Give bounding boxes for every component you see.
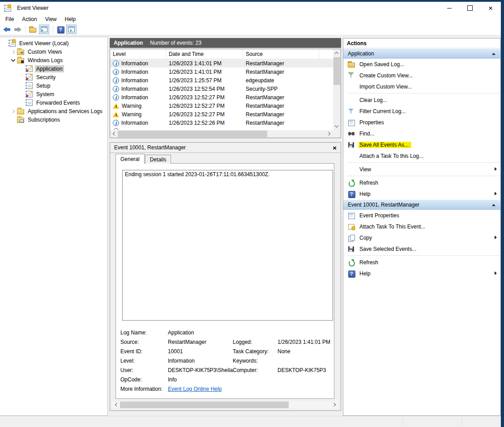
preview-scroll-right-icon[interactable] — [331, 401, 338, 409]
menu-action[interactable]: Action — [18, 15, 41, 23]
event-row[interactable]: Information1/26/2023 12:52:27 PMRestartM… — [110, 93, 333, 101]
action-refresh[interactable]: Refresh — [343, 257, 500, 268]
action-create-custom-view[interactable]: Create Custom View... — [343, 70, 500, 81]
scroll-right-icon[interactable] — [325, 130, 333, 138]
scroll-left-icon[interactable] — [110, 130, 118, 138]
preview-scroll-left-icon[interactable] — [112, 401, 120, 409]
event-row[interactable]: Information1/26/2023 1:41:01 PMRestartMa… — [110, 59, 333, 68]
minimize-button[interactable] — [439, 2, 460, 14]
vertical-scrollbar[interactable] — [333, 49, 341, 130]
tree-item-label: Security — [35, 74, 57, 81]
field-value-link[interactable]: Event Log Online Help — [168, 386, 222, 392]
tree-item-label: Forwarded Events — [35, 99, 81, 106]
action-view[interactable]: View — [343, 164, 500, 175]
column-header-date-and-time[interactable]: Date and Time — [166, 49, 243, 59]
tree-item-custom-views[interactable]: Custom Views — [0, 47, 107, 56]
tree-item-applications-and-services-logs[interactable]: Applications and Services Logs — [0, 107, 107, 115]
event-row[interactable]: Information1/26/2023 1:25:57 PMedgeupdat… — [110, 76, 333, 85]
close-preview-icon[interactable]: × — [333, 144, 337, 151]
menu-view[interactable]: View — [41, 15, 61, 23]
action-help[interactable]: Help — [343, 188, 500, 199]
action-event-properties[interactable]: Event Properties — [343, 210, 500, 221]
expander-collapsed-icon[interactable] — [11, 109, 16, 114]
action-label: Help — [359, 191, 371, 197]
preview-scroll-track[interactable] — [120, 401, 331, 409]
menu-help[interactable]: Help — [61, 15, 80, 23]
action-filter-current-log[interactable]: Filter Current Log... — [343, 106, 500, 117]
status-divider — [462, 418, 462, 425]
action-save-selected-events[interactable]: Save Selected Events... — [343, 243, 500, 254]
action-refresh[interactable]: Refresh — [343, 177, 500, 188]
scroll-down-icon[interactable] — [333, 123, 341, 130]
expander-spacer — [19, 92, 24, 97]
menu-file[interactable]: File — [1, 15, 18, 23]
actions-section-header-event-10001-restartmanager[interactable]: Event 10001, RestartManager — [343, 199, 500, 210]
actions-section-label: Event 10001, RestartManager — [348, 202, 419, 208]
event-row[interactable] — [110, 127, 333, 130]
datetime-cell: 1/26/2023 12:52:27 PM — [166, 94, 243, 101]
action-save-all-events-as[interactable]: Save All Events As... — [343, 139, 500, 150]
tree-item-application[interactable]: Application — [0, 64, 107, 73]
services-logs-folder-icon — [17, 109, 24, 114]
action-find[interactable]: Find... — [343, 128, 500, 139]
action-import-custom-view[interactable]: Import Custom View... — [343, 81, 500, 92]
event-row[interactable]: Information1/26/2023 12:52:26 PMRestartM… — [110, 118, 333, 127]
horizontal-scroll-thumb[interactable] — [118, 131, 267, 137]
action-help[interactable]: Help — [343, 268, 500, 279]
level-label: Warning — [122, 111, 141, 118]
preview-scroll-thumb[interactable] — [120, 402, 289, 408]
tree-item-event-viewer-local[interactable]: Event Viewer (Local) — [0, 39, 107, 47]
collapse-icon[interactable] — [492, 204, 495, 206]
event-preview-pane: Event 10001, RestartManager × GeneralDet… — [110, 142, 341, 411]
tree-item-setup[interactable]: Setup — [0, 81, 107, 90]
preview-horizontal-scrollbar[interactable] — [112, 401, 338, 409]
tree-item-security[interactable]: Security — [0, 73, 107, 81]
field-label-right: Computer: — [233, 367, 258, 373]
action-open-saved-log[interactable]: Open Saved Log... — [343, 59, 500, 70]
action-copy[interactable]: Copy — [343, 232, 500, 243]
tab-general[interactable]: General — [115, 154, 145, 164]
back-icon[interactable] — [3, 26, 11, 33]
forward-icon[interactable] — [13, 26, 21, 33]
collapse-icon[interactable] — [492, 53, 495, 55]
expander-spacer — [19, 83, 24, 88]
action-clear-log[interactable]: Clear Log... — [343, 94, 500, 106]
event-message-box[interactable]: Ending session 1 started 2023-01-26T17:1… — [122, 170, 333, 321]
column-header-source[interactable]: Source — [243, 49, 319, 59]
horizontal-scrollbar[interactable] — [110, 130, 333, 138]
help-icon[interactable] — [57, 26, 64, 33]
event-row[interactable]: Information1/26/2023 12:52:54 PMSecurity… — [110, 85, 333, 93]
close-button[interactable]: × — [480, 2, 501, 14]
maximize-button[interactable] — [460, 2, 480, 14]
action-attach-a-task-to-this-log[interactable]: Attach a Task To this Log... — [343, 150, 500, 161]
action-properties[interactable]: Properties — [343, 117, 500, 128]
scroll-up-icon[interactable] — [333, 49, 341, 57]
show-console-tree-icon[interactable] — [39, 25, 49, 34]
column-header-level[interactable]: Level — [110, 49, 166, 59]
show-action-pane-icon[interactable] — [66, 25, 77, 34]
horizontal-scroll-track[interactable] — [118, 130, 325, 138]
console-tree-window-icon — [41, 26, 47, 32]
vertical-scroll-thumb[interactable] — [333, 57, 340, 85]
event-row[interactable]: Warning1/26/2023 12:52:27 PMRestartManag… — [110, 101, 333, 110]
expander-collapsed-icon[interactable] — [11, 49, 16, 54]
tree-item-system[interactable]: System — [0, 90, 107, 98]
tree-item-subscriptions[interactable]: Subscriptions — [0, 115, 107, 124]
actions-section-header-application[interactable]: Application — [343, 48, 500, 59]
save-icon — [348, 141, 355, 148]
event-row[interactable]: Information1/26/2023 1:41:01 PMRestartMa… — [110, 68, 333, 76]
tree-item-label: Subscriptions — [26, 116, 61, 123]
action-attach-task-to-this-event[interactable]: Attach Task To This Event... — [343, 221, 500, 232]
field-label: Event ID: — [120, 348, 142, 355]
tree-item-forwarded-events[interactable]: Forwarded Events — [0, 98, 107, 107]
tree-item-label: Windows Logs — [26, 57, 64, 64]
level-cell: Information — [110, 60, 166, 67]
warning-icon — [113, 103, 120, 109]
tree-item-windows-logs[interactable]: Windows Logs — [0, 56, 107, 64]
open-saved-log-icon[interactable] — [29, 26, 37, 33]
source-cell: Security-SPP — [243, 86, 319, 92]
tab-details[interactable]: Details — [145, 155, 171, 164]
field-row: User:DESKTOP-KIK75P3\SheilaComputer:DESK… — [116, 367, 334, 376]
event-row[interactable]: Warning1/26/2023 12:52:27 PMRestartManag… — [110, 110, 333, 118]
expander-expanded-icon[interactable] — [11, 58, 16, 63]
